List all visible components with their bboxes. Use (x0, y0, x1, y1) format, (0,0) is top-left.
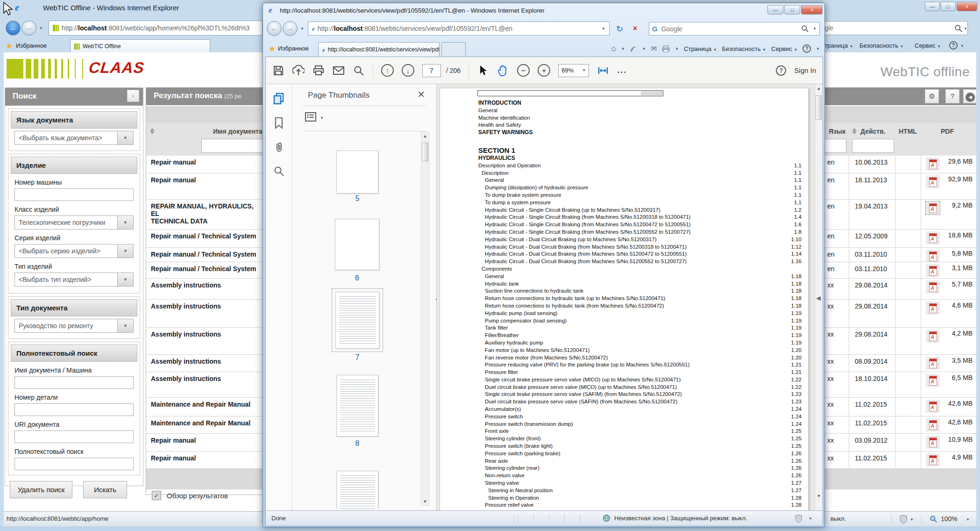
doc-type-select[interactable]: Руководство по ремонту▼ (14, 319, 134, 333)
pdf-back-button[interactable]: ← (267, 21, 282, 36)
find-icon[interactable] (353, 65, 365, 77)
thumbnail-page-number[interactable]: 8 (336, 439, 378, 448)
home-icon[interactable]: ⌂ (611, 44, 616, 53)
thumbnail-options-icon[interactable] (305, 112, 317, 122)
pdf-file-icon[interactable] (926, 453, 940, 466)
pdf-help-dropdown-icon[interactable]: ▼ (816, 47, 820, 51)
result-row-detail[interactable]: xx08.09.20143,5 MB (825, 355, 976, 372)
pdf-file-icon[interactable] (926, 231, 940, 244)
result-row[interactable]: Repair manual (146, 173, 263, 200)
clear-search-button[interactable]: Удалить поиск (10, 481, 72, 498)
product-series-select[interactable]: <Выбрать серию изделий>▼ (14, 244, 134, 258)
fulltext-input[interactable] (14, 458, 134, 470)
page-thumbnail[interactable] (336, 151, 378, 194)
search-dropdown-icon[interactable]: ▼ (813, 27, 817, 31)
part-number-input[interactable] (14, 403, 134, 416)
thumbnail-page-number[interactable]: 7 (335, 353, 379, 362)
result-row[interactable]: Repair manual (146, 452, 263, 469)
page-thumbnail[interactable] (336, 375, 378, 437)
home-dropdown-icon[interactable]: ▼ (621, 47, 625, 51)
search-icon[interactable] (954, 24, 963, 33)
zoom-dropdown-icon[interactable]: ▼ (966, 517, 970, 522)
result-row[interactable]: REPAIR MANUAL, HYDRAULICS, EL TECHNICAL … (146, 200, 263, 230)
pdf-file-icon[interactable] (926, 264, 940, 277)
pdf-close-button[interactable]: × (801, 5, 823, 14)
pdf-column-header[interactable]: PDF (941, 128, 954, 135)
bg-tab[interactable]: WebTIC Offline (70, 39, 210, 52)
save-icon[interactable] (272, 65, 284, 77)
collapse-panel-button[interactable]: ▫ (127, 90, 139, 102)
bg-minimize-button[interactable]: — (925, 2, 940, 11)
fit-width-icon[interactable] (597, 65, 609, 77)
protected-mode-shield-icon[interactable] (900, 515, 907, 524)
page-thumbnail[interactable] (336, 471, 378, 509)
bg-forward-button[interactable]: → (21, 21, 36, 36)
bg-help-dropdown-icon[interactable]: ▼ (960, 44, 964, 48)
zoom-icon[interactable] (930, 515, 937, 523)
result-row[interactable]: Assembly instructions (146, 372, 263, 398)
search-panel-icon[interactable] (273, 165, 284, 177)
bg-address-bar[interactable]: http://localhost:8081/webtic/app/home#s%… (49, 21, 263, 36)
bg-menu-service[interactable]: Сервис ▼ (915, 42, 941, 49)
page-thumbnail[interactable] (335, 219, 379, 270)
bg-help-icon[interactable]: ? (949, 41, 958, 50)
result-row-detail[interactable]: en10.06.201329,6 MB (825, 156, 976, 173)
pdf-file-icon[interactable] (926, 330, 940, 343)
bg-close-button[interactable]: × (957, 2, 977, 11)
rss-icon[interactable] (630, 45, 637, 52)
email-icon[interactable] (333, 65, 345, 77)
product-type-select[interactable]: <Выбрать тип изделий>▼ (14, 273, 134, 287)
pdf-maximize-button[interactable]: □ (784, 5, 800, 14)
sort-icon[interactable] (852, 128, 857, 135)
result-row-detail[interactable]: xx11.02.201542,6 MB (825, 416, 976, 434)
result-row-detail[interactable]: xx11.02.20154,9 MB (825, 452, 976, 469)
date-filter-input[interactable] (852, 139, 894, 153)
language-select[interactable]: <Выбрать язык документа>▼ (14, 131, 134, 145)
result-row[interactable]: Assembly instructions (146, 300, 263, 328)
pdf-file-icon[interactable] (926, 418, 940, 431)
address-dropdown-icon[interactable]: ▼ (602, 27, 605, 31)
results-footer-band-right[interactable] (825, 469, 976, 489)
thumbnail-page-number[interactable]: 6 (335, 274, 379, 282)
bg-favorites-label[interactable]: Избранное (16, 42, 47, 49)
bg-menu-page[interactable]: Страница ▼ (820, 42, 853, 49)
pdf-minimize-button[interactable]: — (767, 5, 783, 14)
result-row[interactable]: Maintenance and Repair Manual (146, 416, 263, 434)
pdf-menu-service[interactable]: Сервис ▼ (771, 45, 797, 52)
result-row[interactable]: Maintenance and Repair Manual (146, 398, 263, 416)
pdf-file-icon[interactable] (926, 250, 940, 262)
select-tool-icon[interactable] (477, 65, 489, 77)
pdf-help-icon[interactable]: ? (802, 44, 811, 53)
product-class-select[interactable]: Телескопические погрузчики▼ (14, 215, 134, 230)
pdf-file-icon[interactable] (926, 374, 940, 387)
search-button[interactable]: Искать (83, 481, 127, 498)
bg-back-button[interactable]: ← (6, 21, 21, 36)
result-row[interactable]: Repair manual (146, 434, 263, 452)
pdf-menu-page[interactable]: Страница ▼ (684, 45, 717, 52)
share-upload-icon[interactable] (292, 65, 305, 77)
pdf-file-icon[interactable] (926, 201, 940, 215)
html-column-header[interactable]: HTML (899, 128, 917, 135)
pdf-file-icon[interactable] (926, 436, 940, 449)
pdf-history-dropdown-icon[interactable]: ▼ (300, 27, 304, 31)
bg-maximize-button[interactable]: □ (941, 2, 956, 11)
new-tab-stub[interactable] (441, 42, 466, 57)
bookmarks-icon[interactable] (274, 117, 284, 129)
result-row-detail[interactable]: en03.11.20105,8 MB (825, 248, 976, 262)
results-footer-band[interactable] (146, 469, 263, 489)
bg-history-dropdown-icon[interactable]: ▼ (39, 26, 43, 30)
search-icon[interactable] (801, 25, 809, 33)
pdf-title-bar[interactable]: e http://localhost:8081/webtic/services/… (263, 3, 824, 18)
pdf-forward-button[interactable]: → (283, 21, 298, 36)
next-page-button[interactable]: ↓ (402, 64, 414, 77)
result-row-detail[interactable]: en03.11.20103,1 MB (825, 262, 976, 279)
result-row[interactable]: Repair manual / Technical System (146, 262, 263, 279)
help-button[interactable]: ? (945, 89, 959, 103)
result-row-detail[interactable]: xx29.08.20144,2 MB (825, 328, 976, 355)
pdf-tab[interactable]: e http://localhost:8081/webtic/services/… (318, 42, 440, 57)
more-tools-button[interactable]: ... (617, 65, 627, 75)
result-row[interactable]: Repair manual (146, 156, 263, 173)
print-icon[interactable] (312, 65, 325, 77)
back-circle-button[interactable]: ◀ (963, 89, 976, 103)
pdf-scrollbar[interactable]: ▲ ▼ ◀ (815, 84, 823, 510)
